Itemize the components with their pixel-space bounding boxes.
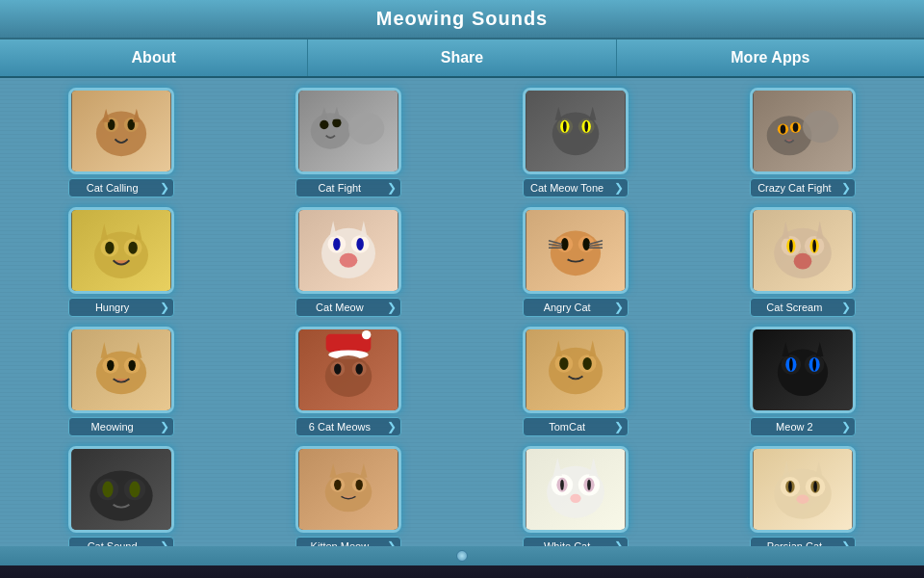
sound-label-row: Meow 2❯ [750,417,856,436]
sound-item[interactable]: Meowing❯ [14,327,227,436]
cat-image-container [68,446,174,533]
svg-point-118 [355,480,362,490]
sound-label: Cat Scream [751,299,837,316]
more-apps-button[interactable]: More Apps [617,39,924,76]
svg-point-21 [563,121,567,132]
play-arrow-icon[interactable]: ❯ [610,181,628,195]
svg-point-12 [332,118,341,127]
about-button[interactable]: About [0,39,308,76]
sound-item[interactable]: White Cat❯ [470,446,682,546]
sound-item[interactable]: Crazy Cat Fight❯ [697,88,910,197]
svg-point-140 [797,495,809,504]
svg-point-45 [356,238,363,250]
svg-point-50 [551,230,601,276]
svg-point-36 [105,242,114,254]
sound-label-row: Persian Cat❯ [750,537,856,546]
play-arrow-icon[interactable]: ❯ [156,420,173,434]
sound-item[interactable]: Meow 2❯ [697,327,910,436]
share-button[interactable]: Share [308,39,616,76]
sound-item[interactable]: Kitten Meow❯ [242,446,454,546]
sounds-grid: Cat Calling❯ Cat Fight❯ [14,88,910,546]
bottom-bar: ↩ ⌂ ▣ ⊞ ∧ ⚡ 🖼 10:20 AM ⏰ 📶 🔋 [0,565,924,578]
svg-point-127 [560,480,564,490]
svg-point-84 [325,355,372,397]
sound-item[interactable]: Cat Meow Tone❯ [470,88,682,197]
cat-image-container [523,327,629,413]
sound-label-row: 6 Cat Meows❯ [295,417,401,436]
sound-label-row: TomCat❯ [523,417,629,436]
sound-item[interactable]: Cat Meow❯ [242,207,454,317]
play-arrow-icon[interactable]: ❯ [383,539,400,546]
sound-item[interactable]: Hungry❯ [14,207,227,317]
svg-point-76 [107,360,114,371]
play-arrow-icon[interactable]: ❯ [156,539,173,546]
svg-point-53 [561,238,568,250]
cat-image-container [68,327,174,413]
sound-label-row: White Cat❯ [523,537,629,546]
play-arrow-icon[interactable]: ❯ [383,301,400,314]
sound-label: White Cat [524,538,610,546]
sound-item[interactable]: Cat Calling❯ [14,88,227,197]
svg-point-83 [362,330,371,339]
sound-label: Angry Cat [524,299,610,316]
play-arrow-icon[interactable]: ❯ [837,539,855,546]
cat-image-container [750,88,856,174]
sound-label: Meow 2 [751,418,837,435]
sound-label: Crazy Cat Fight [751,179,837,197]
sound-item[interactable]: 6 Cat Meows❯ [242,327,454,436]
svg-point-77 [128,360,135,371]
sound-item[interactable]: Persian Cat❯ [697,446,910,546]
sound-label-row: Kitten Meow❯ [295,537,401,546]
svg-point-133 [775,469,833,519]
sound-label-row: Cat Calling❯ [68,178,174,197]
sound-label-row: Cat Meow❯ [295,298,401,317]
svg-point-54 [583,238,590,250]
play-arrow-icon[interactable]: ❯ [837,420,855,434]
sound-item[interactable]: TomCat❯ [470,327,682,436]
sound-item[interactable]: Cat Fight❯ [242,88,454,197]
play-arrow-icon[interactable]: ❯ [383,181,400,195]
svg-point-68 [813,240,817,252]
sound-label-row: Angry Cat❯ [523,298,629,317]
svg-point-10 [348,112,384,144]
svg-point-128 [587,480,591,490]
play-arrow-icon[interactable]: ❯ [610,301,628,314]
cat-image-container [295,88,401,174]
play-arrow-icon[interactable]: ❯ [610,420,628,434]
sound-label: Meowing [69,418,156,435]
nav-bar: About Share More Apps [0,39,924,78]
sound-label-row: Crazy Cat Fight❯ [750,178,856,197]
svg-point-22 [584,121,588,132]
svg-point-46 [340,253,358,268]
svg-point-37 [128,242,137,254]
svg-point-93 [559,357,568,370]
svg-point-27 [803,111,838,144]
play-arrow-icon[interactable]: ❯ [837,301,855,314]
play-arrow-icon[interactable]: ❯ [383,420,400,434]
play-arrow-icon[interactable]: ❯ [156,301,173,314]
svg-point-112 [129,482,140,498]
sound-label: Cat Meow [296,299,383,316]
sound-label: Cat Calling [69,179,156,197]
play-arrow-icon[interactable]: ❯ [156,181,173,195]
play-arrow-icon[interactable]: ❯ [837,181,855,195]
play-arrow-icon[interactable]: ❯ [610,539,628,546]
sound-item[interactable]: Cat Scream❯ [697,207,910,317]
sound-item[interactable]: Cat Sound❯ [14,446,227,546]
svg-point-9 [311,113,350,148]
cat-image-container [523,446,629,533]
sound-item[interactable]: Angry Cat❯ [470,207,682,317]
svg-point-44 [333,238,340,250]
sound-label: TomCat [524,418,610,435]
sound-label-row: Cat Meow Tone❯ [523,178,629,197]
svg-point-129 [571,494,581,503]
cat-image-container [750,446,856,533]
main-content: Cat Calling❯ Cat Fight❯ [0,78,924,546]
svg-point-104 [813,358,817,371]
svg-point-114 [325,472,372,512]
sound-label: Cat Sound [69,538,156,546]
sound-label-row: Meowing❯ [68,417,174,436]
cat-image-container [68,88,174,174]
svg-point-111 [102,482,113,498]
scroll-indicator[interactable] [0,546,924,565]
